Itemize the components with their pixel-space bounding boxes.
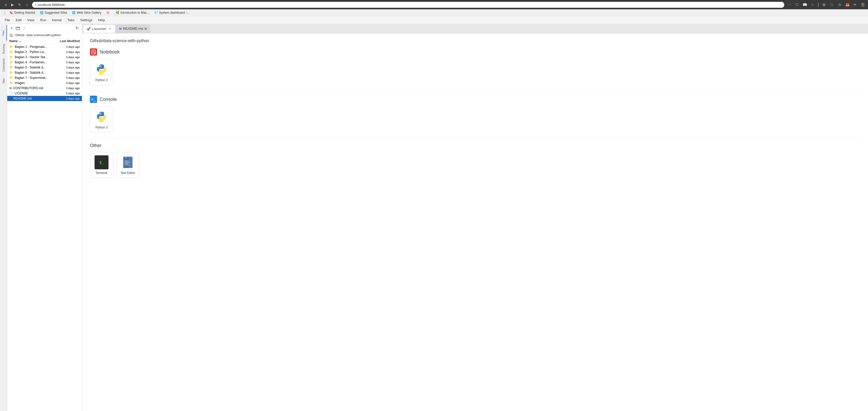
sort-name-button[interactable]: Name ▲	[9, 39, 54, 43]
tab-launcher[interactable]: 🚀 Launcher ✕	[83, 25, 115, 33]
console-python3-icon	[94, 110, 109, 124]
bookmark-icon-3: 🌐	[72, 11, 76, 14]
folder-icon: 📁	[9, 50, 13, 54]
sync-button[interactable]: □	[829, 2, 835, 8]
hamburger-menu[interactable]: ☰	[860, 2, 866, 8]
back-button[interactable]: ◀	[2, 2, 8, 8]
tab-readme-label: README.md	[123, 27, 143, 30]
pen-button[interactable]: ✏	[852, 2, 858, 8]
launcher-card-console-python3[interactable]: Python 3	[90, 107, 113, 133]
menu-file[interactable]: File	[2, 17, 13, 23]
new-file-button[interactable]: +	[9, 25, 14, 31]
file-item[interactable]: 📁 Bagian 1 - Pengenala... 3 days ago	[7, 44, 82, 49]
bookmark-suggested-sites[interactable]: 🌐 Suggested Sites	[38, 10, 69, 15]
svg-text:+: +	[17, 27, 18, 30]
file-icon: 📄	[9, 91, 13, 95]
file-item[interactable]: 📁 Bagian 3 - Hacker Sta... 3 days ago	[7, 55, 82, 60]
file-item[interactable]: 📁 Bagian 5 - Statistik d... 3 days ago	[7, 65, 82, 70]
forward-button[interactable]: ▶	[9, 2, 16, 8]
menu-help[interactable]: Help	[95, 17, 107, 23]
bookmark-icon-6: 💎	[154, 11, 158, 14]
section-other: Other	[90, 143, 860, 148]
file-panel-toolbar: + + ↑ ↻	[7, 24, 82, 32]
file-item[interactable]: 📁 Bagian 6 - Statistik d... 3 days ago	[7, 70, 82, 75]
breadcrumb: 🏠 › Github › data-science-with-python	[7, 32, 82, 38]
sidebar-icon-commands[interactable]: Commands	[0, 57, 7, 72]
video-button[interactable]: ⊙	[836, 2, 843, 8]
svg-rect-6	[124, 161, 129, 161]
folder-icon: 📁	[9, 71, 13, 75]
text-editor-icon-inner	[121, 155, 135, 169]
menu-kernel[interactable]: Kernel	[49, 17, 64, 23]
file-item[interactable]: M README.md 3 days ago	[7, 96, 82, 101]
svg-rect-7	[124, 162, 130, 163]
file-name: Bagian 6 - Statistik d...	[15, 71, 54, 75]
pocket-button[interactable]: 🛡	[794, 2, 800, 8]
sidebar-icon-tabs[interactable]: Tabs	[0, 73, 7, 89]
upload-button[interactable]: ↑	[22, 25, 26, 31]
refresh-files-button[interactable]: ↻	[74, 25, 80, 31]
other-title: Other	[90, 143, 101, 148]
bookmark-intro-mac[interactable]: 🌿 Introduction to Mac...	[114, 10, 151, 15]
tab-launcher-close[interactable]: ✕	[108, 27, 112, 31]
menu-bar: File Edit View Run Kernel Tabs Settings …	[0, 16, 868, 24]
file-name: Bagian 1 - Pengenala...	[15, 45, 54, 49]
star-button[interactable]: ☆	[810, 2, 816, 8]
file-item[interactable]: 📁 Bagian 2 - Python La... 3 days ago	[7, 49, 82, 55]
svg-rect-8	[124, 164, 128, 164]
file-date: 3 days ago	[54, 76, 80, 79]
bookmark-getting-started[interactable]: 🔖 Getting Started	[7, 10, 37, 15]
terminal-icon-inner: $_	[95, 155, 108, 169]
bookmark-most-visited[interactable]: 🌸	[104, 10, 113, 15]
file-name: Bagian 3 - Hacker Sta...	[15, 55, 54, 59]
file-item[interactable]: 📁 Bagian 7 - Supervised... 3 days ago	[7, 75, 82, 80]
launcher-card-text-editor[interactable]: Text Editor	[116, 152, 140, 178]
file-list-header: Name ▲ Last Modified	[7, 38, 82, 44]
breadcrumb-github[interactable]: Github	[15, 33, 24, 37]
sidebar-icon-files[interactable]: Files	[0, 25, 7, 40]
new-folder-button[interactable]: +	[15, 26, 21, 31]
browser-chrome: ◀ ▶ ↻ ⌂ ℹ localhost:8888/lab ⋯ 🛡 📖 ☆ | ⊞…	[0, 0, 868, 9]
md-icon: M	[9, 97, 11, 100]
file-date: 3 days ago	[54, 87, 80, 90]
firefox-button[interactable]: 🦊	[844, 2, 850, 8]
home-button[interactable]: ⌂	[24, 2, 30, 8]
file-name: CONTRIBUTORS.md	[13, 86, 54, 90]
section-notebook: Notebook	[90, 48, 860, 56]
file-item[interactable]: 📁 images 3 days ago	[7, 80, 82, 86]
file-date: 3 days ago	[54, 66, 80, 69]
extensions-button[interactable]: ⊞	[821, 2, 827, 8]
bookmarks-bar: 📑 🔖 Getting Started 🌐 Suggested Sites 🌐 …	[0, 9, 868, 16]
tab-launcher-icon: 🚀	[87, 27, 91, 31]
file-item[interactable]: 📁 Bagian 4 - Fundamen... 3 days ago	[7, 60, 82, 65]
file-name: Bagian 5 - Statistik d...	[15, 66, 54, 69]
launcher-path: Github/data-science-with-python	[90, 38, 860, 43]
bookmark-system-dashboard[interactable]: 💎 System dashboard -...	[152, 10, 191, 15]
breadcrumb-current: data-science-with-python	[26, 33, 61, 37]
folder-icon: 📁	[9, 60, 13, 64]
breadcrumb-home-icon[interactable]: 🏠	[9, 33, 13, 37]
file-item[interactable]: 📄 LICENSE 3 days ago	[7, 91, 82, 96]
launcher-card-terminal[interactable]: $_ Terminal	[90, 152, 113, 178]
section-console: >_ Console	[90, 96, 860, 103]
notebook-python3-label: Python 3	[95, 78, 107, 82]
menu-edit[interactable]: Edit	[13, 17, 24, 23]
text-editor-label: Text Editor	[121, 171, 135, 175]
bookmark-icon-4: 🌸	[106, 11, 110, 14]
bookmark-web-slice[interactable]: 🌐 Web Slice Gallery	[70, 10, 103, 15]
menu-settings[interactable]: Settings	[78, 17, 95, 23]
menu-view[interactable]: View	[25, 17, 37, 23]
notebook-python3-icon	[94, 62, 109, 77]
menu-tabs[interactable]: Tabs	[65, 17, 77, 23]
refresh-button[interactable]: ↻	[17, 2, 23, 8]
launcher-card-notebook-python3[interactable]: Python 3	[90, 59, 113, 85]
more-button[interactable]: ⋯	[786, 2, 793, 8]
menu-run[interactable]: Run	[37, 17, 49, 23]
reader-button[interactable]: 📖	[802, 2, 808, 8]
tab-readme[interactable]: M README.md	[116, 25, 150, 33]
console-icon: >_	[90, 96, 97, 103]
sidebar-icon-running[interactable]: Running	[0, 41, 7, 57]
file-item[interactable]: M CONTRIBUTORS.md 3 days ago	[7, 86, 82, 91]
address-bar[interactable]: ℹ localhost:8888/lab	[32, 2, 784, 8]
folder-icon: 📁	[9, 81, 13, 85]
